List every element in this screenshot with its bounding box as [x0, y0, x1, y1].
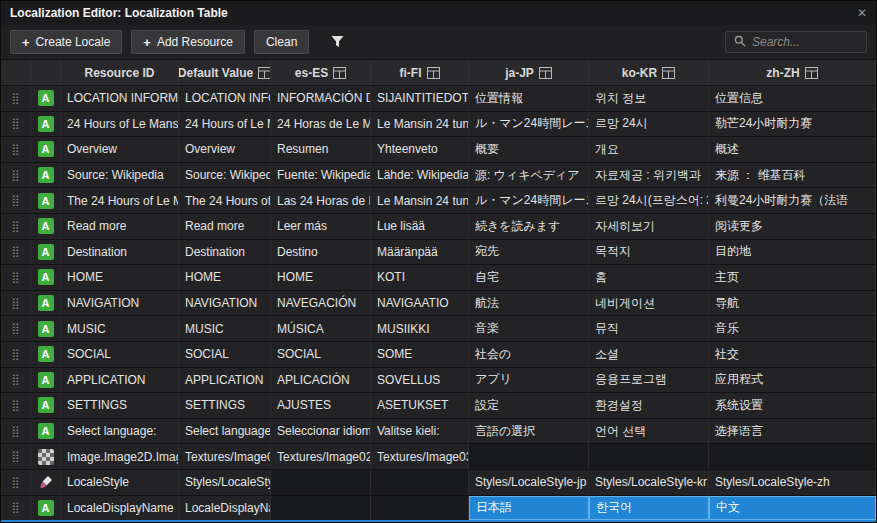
- cell-default-value[interactable]: LocaleDisplayName: [179, 496, 271, 521]
- cell-ja-jp[interactable]: 概要: [469, 137, 589, 162]
- cell-fi-fi[interactable]: MUSIIKKI: [371, 316, 469, 341]
- cell-resource-id[interactable]: Image.Image2D.Image01: [61, 444, 179, 469]
- locale-grid-icon[interactable]: [258, 67, 271, 79]
- cell-ko-kr[interactable]: 자세히보기: [589, 214, 709, 239]
- cell-default-value[interactable]: The 24 Hours of Le Mans: [179, 188, 271, 213]
- cell-es-es[interactable]: Seleccionar idioma:: [271, 419, 371, 444]
- cell-zh-zh[interactable]: 概述: [709, 137, 876, 162]
- column-header-zh-zh[interactable]: zh-ZH: [709, 60, 876, 85]
- cell-zh-zh[interactable]: 位置信息: [709, 86, 876, 111]
- cell-es-es[interactable]: INFORMACIÓN DE UBICACIÓN: [271, 86, 371, 111]
- cell-ja-jp[interactable]: ル・マン24時間レース（フ: [469, 188, 589, 213]
- cell-zh-zh[interactable]: 社交: [709, 342, 876, 367]
- cell-fi-fi[interactable]: SOVELLUS: [371, 368, 469, 393]
- cell-es-es[interactable]: 24 Horas de Le Mans: [271, 112, 371, 137]
- cell-ja-jp[interactable]: 位置情報: [469, 86, 589, 111]
- create-locale-button[interactable]: + Create Locale: [10, 30, 122, 54]
- table-row[interactable]: ⣿ADestinationDestinationDestinoMääränpää…: [1, 240, 876, 266]
- cell-default-value[interactable]: Textures/Image01: [179, 444, 271, 469]
- cell-es-es[interactable]: AJUSTES: [271, 393, 371, 418]
- cell-es-es[interactable]: [271, 496, 371, 521]
- cell-ko-kr[interactable]: 목적지: [589, 240, 709, 265]
- row-drag-handle[interactable]: ⣿: [1, 368, 31, 393]
- cell-ko-kr[interactable]: 위치 정보: [589, 86, 709, 111]
- column-header-default-value[interactable]: Default Value: [179, 60, 271, 85]
- cell-es-es[interactable]: [271, 470, 371, 495]
- cell-es-es[interactable]: Resumen: [271, 137, 371, 162]
- cell-ja-jp[interactable]: 自宅: [469, 265, 589, 290]
- cell-resource-id[interactable]: 24 Hours of Le Mans: [61, 112, 179, 137]
- cell-ja-jp[interactable]: 源: ウィキペディア: [469, 163, 589, 188]
- cell-zh-zh[interactable]: 中文: [709, 496, 876, 521]
- cell-fi-fi[interactable]: Le Mansin 24 tunnin: [371, 112, 469, 137]
- cell-es-es[interactable]: APLICACIÓN: [271, 368, 371, 393]
- cell-resource-id[interactable]: HOME: [61, 265, 179, 290]
- row-drag-handle[interactable]: ⣿: [1, 393, 31, 418]
- column-header-ja-jp[interactable]: ja-JP: [469, 60, 589, 85]
- cell-ja-jp[interactable]: 宛先: [469, 240, 589, 265]
- cell-fi-fi[interactable]: Yhteenveto: [371, 137, 469, 162]
- clean-button[interactable]: Clean: [254, 30, 309, 54]
- cell-ko-kr[interactable]: 응용프로그램: [589, 368, 709, 393]
- column-header-es-es[interactable]: es-ES: [271, 60, 371, 85]
- cell-default-value[interactable]: LOCATION INFORMATION: [179, 86, 271, 111]
- cell-ko-kr[interactable]: 뮤직: [589, 316, 709, 341]
- cell-zh-zh[interactable]: 目的地: [709, 240, 876, 265]
- cell-ja-jp[interactable]: 音楽: [469, 316, 589, 341]
- cell-zh-zh[interactable]: Styles/LocaleStyle-zh: [709, 470, 876, 495]
- close-icon[interactable]: ✕: [857, 6, 867, 20]
- cell-default-value[interactable]: HOME: [179, 265, 271, 290]
- cell-default-value[interactable]: Styles/LocaleStyle: [179, 470, 271, 495]
- cell-resource-id[interactable]: Source: Wikipedia: [61, 163, 179, 188]
- cell-fi-fi[interactable]: SOME: [371, 342, 469, 367]
- cell-resource-id[interactable]: Select language:: [61, 419, 179, 444]
- cell-fi-fi[interactable]: [371, 496, 469, 521]
- cell-fi-fi[interactable]: KOTI: [371, 265, 469, 290]
- table-row[interactable]: ⣿ALocaleDisplayNameLocaleDisplayName日本語한…: [1, 496, 876, 523]
- column-header-ko-kr[interactable]: ko-KR: [589, 60, 709, 85]
- cell-resource-id[interactable]: NAVIGATION: [61, 291, 179, 316]
- cell-zh-zh[interactable]: 系统设置: [709, 393, 876, 418]
- row-drag-handle[interactable]: ⣿: [1, 444, 31, 469]
- table-row[interactable]: ⣿Image.Image2D.Image01Textures/Image01Te…: [1, 444, 876, 470]
- cell-ko-kr[interactable]: 르망 24시(프랑스어: 24: [589, 188, 709, 213]
- cell-default-value[interactable]: MUSIC: [179, 316, 271, 341]
- cell-ko-kr[interactable]: Styles/LocaleStyle-kr: [589, 470, 709, 495]
- cell-default-value[interactable]: SETTINGS: [179, 393, 271, 418]
- cell-resource-id[interactable]: SETTINGS: [61, 393, 179, 418]
- cell-fi-fi[interactable]: Lähde: Wikipedia: [371, 163, 469, 188]
- cell-resource-id[interactable]: The 24 Hours of Le Mans: [61, 188, 179, 213]
- filter-icon[interactable]: [330, 35, 345, 49]
- cell-default-value[interactable]: Source: Wikipedia: [179, 163, 271, 188]
- row-drag-handle[interactable]: ⣿: [1, 240, 31, 265]
- cell-es-es[interactable]: HOME: [271, 265, 371, 290]
- search-input[interactable]: [752, 35, 858, 49]
- cell-ja-jp[interactable]: 設定: [469, 393, 589, 418]
- locale-grid-icon[interactable]: [333, 67, 346, 79]
- table-row[interactable]: ⣿ALOCATION INFORMATIONLOCATION INFORMATI…: [1, 86, 876, 112]
- cell-fi-fi[interactable]: Valitse kieli:: [371, 419, 469, 444]
- cell-ja-jp[interactable]: ル・マン24時間レース: [469, 112, 589, 137]
- row-drag-handle[interactable]: ⣿: [1, 137, 31, 162]
- row-drag-handle[interactable]: ⣿: [1, 470, 31, 495]
- cell-zh-zh[interactable]: 导航: [709, 291, 876, 316]
- cell-fi-fi[interactable]: Määränpää: [371, 240, 469, 265]
- locale-grid-icon[interactable]: [805, 67, 818, 79]
- locale-grid-icon[interactable]: [427, 67, 440, 79]
- row-drag-handle[interactable]: ⣿: [1, 188, 31, 213]
- table-row[interactable]: ⣿AOverviewOverviewResumenYhteenveto概要개요概…: [1, 137, 876, 163]
- cell-ja-jp[interactable]: アプリ: [469, 368, 589, 393]
- cell-zh-zh[interactable]: 阅读更多: [709, 214, 876, 239]
- cell-zh-zh[interactable]: 选择语言: [709, 419, 876, 444]
- cell-zh-zh[interactable]: 音乐: [709, 316, 876, 341]
- row-drag-handle[interactable]: ⣿: [1, 419, 31, 444]
- row-drag-handle[interactable]: ⣿: [1, 112, 31, 137]
- cell-default-value[interactable]: Destination: [179, 240, 271, 265]
- cell-zh-zh[interactable]: 勒芒24小时耐力赛: [709, 112, 876, 137]
- locale-grid-icon[interactable]: [662, 67, 675, 79]
- table-row[interactable]: ⣿ASOCIALSOCIALSOCIALSOME社会の소셜社交: [1, 342, 876, 368]
- cell-ko-kr[interactable]: 르망 24시: [589, 112, 709, 137]
- cell-resource-id[interactable]: MUSIC: [61, 316, 179, 341]
- row-drag-handle[interactable]: ⣿: [1, 265, 31, 290]
- table-row[interactable]: ⣿AAPPLICATIONAPPLICATIONAPLICACIÓNSOVELL…: [1, 368, 876, 394]
